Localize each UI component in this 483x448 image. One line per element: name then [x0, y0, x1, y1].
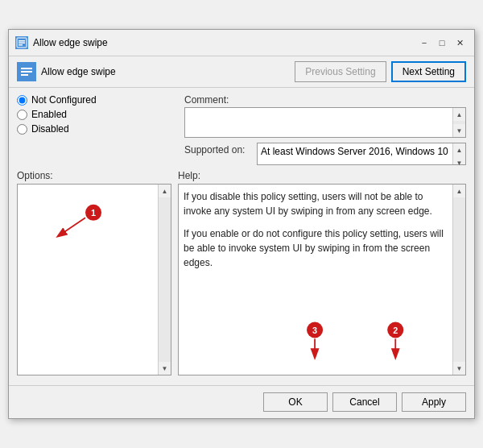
window-title: Allow edge swipe [33, 37, 416, 48]
help-section: Help: If you disable this policy setting… [178, 170, 466, 375]
next-setting-button[interactable]: Next Setting [391, 61, 466, 82]
help-scrollbar[interactable]: ▲ ▼ [452, 185, 465, 375]
window-icon [15, 36, 28, 49]
svg-rect-5 [21, 68, 32, 69]
help-paragraph-1: If you disable this policy setting, user… [184, 189, 449, 218]
supported-text: At least Windows Server 2016, Windows 10 [261, 146, 448, 157]
cancel-button[interactable]: Cancel [332, 392, 397, 412]
minimize-button[interactable]: − [416, 35, 432, 51]
comment-content [185, 108, 465, 137]
svg-rect-6 [21, 71, 32, 73]
help-text: If you disable this policy setting, user… [179, 185, 465, 283]
disabled-radio[interactable] [17, 124, 27, 135]
comment-box: ▲ ▼ [184, 107, 466, 138]
help-box: If you disable this policy setting, user… [178, 184, 466, 375]
top-section: Not Configured Enabled Disabled Comm [17, 94, 466, 170]
sup-scroll-down[interactable]: ▼ [453, 156, 466, 169]
options-box: ▲ ▼ [17, 184, 171, 375]
header-icon [17, 62, 36, 81]
svg-rect-3 [19, 44, 23, 46]
enabled-label: Enabled [31, 109, 67, 120]
previous-setting-button[interactable]: Previous Setting [295, 61, 386, 82]
comment-group: Comment: ▲ ▼ [184, 94, 466, 138]
svg-rect-2 [19, 43, 25, 44]
svg-rect-7 [21, 74, 28, 76]
main-window: Allow edge swipe − □ ✕ Allow edge swipe … [8, 29, 475, 419]
header-title: Allow edge swipe [41, 66, 290, 77]
content-area: Not Configured Enabled Disabled Comm [9, 88, 474, 382]
supported-label: Supported on: [184, 143, 257, 156]
enabled-option[interactable]: Enabled [17, 109, 178, 120]
supported-row: Supported on: At least Windows Server 20… [184, 143, 466, 165]
disabled-label: Disabled [31, 123, 69, 135]
radio-group: Not Configured Enabled Disabled [17, 94, 178, 135]
supported-scrollbar[interactable]: ▲ ▼ [452, 143, 465, 164]
help-scroll-up[interactable]: ▲ [453, 185, 466, 197]
sup-scroll-up[interactable]: ▲ [453, 143, 466, 156]
bottom-buttons: OK Cancel Apply [9, 385, 474, 418]
header-row: Allow edge swipe Previous Setting Next S… [9, 56, 474, 88]
ok-button[interactable]: OK [263, 392, 328, 412]
opt-scroll-up[interactable]: ▲ [159, 185, 171, 197]
help-label: Help: [178, 170, 466, 181]
title-bar: Allow edge swipe − □ ✕ [9, 30, 474, 56]
not-configured-option[interactable]: Not Configured [17, 94, 178, 106]
svg-rect-1 [19, 40, 25, 42]
header-buttons: Previous Setting Next Setting [295, 61, 466, 82]
options-scrollbar[interactable]: ▲ ▼ [158, 185, 171, 375]
not-configured-label: Not Configured [31, 94, 97, 106]
enabled-radio[interactable] [17, 110, 27, 120]
disabled-option[interactable]: Disabled [17, 123, 178, 135]
radio-panel: Not Configured Enabled Disabled [17, 94, 178, 170]
options-label: Options: [17, 170, 171, 181]
help-scroll-track[interactable] [453, 197, 465, 362]
not-configured-radio[interactable] [17, 95, 27, 106]
help-scroll-down[interactable]: ▼ [453, 362, 466, 375]
comment-scrollbar[interactable]: ▲ ▼ [452, 108, 465, 137]
help-paragraph-2: If you enable or do not configure this p… [184, 226, 449, 270]
options-help-section: Options: ▲ ▼ Help: If you disable this p… [17, 170, 466, 375]
window-controls: − □ ✕ [416, 35, 468, 51]
options-section: Options: ▲ ▼ [17, 170, 171, 375]
opt-scroll-track[interactable] [159, 197, 171, 362]
scroll-up-arrow[interactable]: ▲ [453, 108, 466, 121]
right-panel: Comment: ▲ ▼ Supported on: At least [184, 94, 466, 170]
supported-box: At least Windows Server 2016, Windows 10… [257, 143, 466, 165]
opt-scroll-down[interactable]: ▼ [159, 362, 171, 375]
maximize-button[interactable]: □ [434, 35, 450, 51]
close-button[interactable]: ✕ [452, 35, 468, 51]
comment-label: Comment: [184, 94, 466, 106]
apply-button[interactable]: Apply [402, 392, 466, 412]
scroll-down-arrow[interactable]: ▼ [453, 124, 466, 137]
